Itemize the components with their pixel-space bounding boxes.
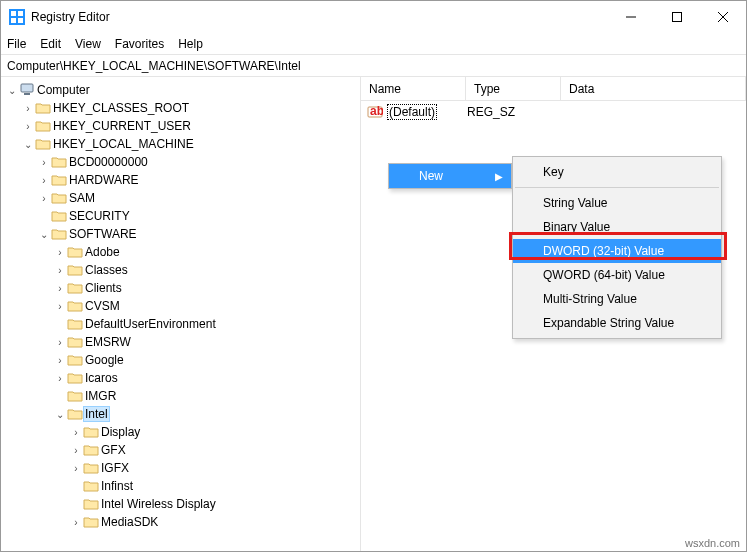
folder-icon xyxy=(67,353,83,367)
expand-icon[interactable]: ⌄ xyxy=(37,229,51,240)
maximize-button[interactable] xyxy=(654,1,700,33)
expand-icon[interactable]: › xyxy=(53,301,67,312)
tree-hklm[interactable]: ⌄ HKEY_LOCAL_MACHINE xyxy=(1,135,360,153)
value-name: (Default) xyxy=(387,104,437,120)
col-name[interactable]: Name xyxy=(361,77,466,100)
context-menu: New ▶ xyxy=(388,163,512,189)
expand-icon[interactable]: ⌄ xyxy=(21,139,35,150)
folder-icon xyxy=(51,173,67,187)
watermark: wsxdn.com xyxy=(685,537,740,549)
expand-icon[interactable]: › xyxy=(37,157,51,168)
folder-icon xyxy=(67,335,83,349)
computer-icon xyxy=(19,83,35,97)
menu-help[interactable]: Help xyxy=(178,37,203,51)
menu-edit[interactable]: Edit xyxy=(40,37,61,51)
col-type[interactable]: Type xyxy=(466,77,561,100)
tree-label: HKEY_CLASSES_ROOT xyxy=(51,101,191,115)
tree-adobe[interactable]: › Adobe xyxy=(1,243,360,261)
tree-security[interactable]: SECURITY xyxy=(1,207,360,225)
expand-icon[interactable]: ⌄ xyxy=(53,409,67,420)
tree-clients[interactable]: › Clients xyxy=(1,279,360,297)
tree-hkcr[interactable]: › HKEY_CLASSES_ROOT xyxy=(1,99,360,117)
folder-icon xyxy=(67,317,83,331)
menu-item-new[interactable]: New ▶ xyxy=(389,164,511,188)
menu-bar: File Edit View Favorites Help xyxy=(1,33,746,55)
svg-rect-9 xyxy=(21,84,33,92)
minimize-button[interactable] xyxy=(608,1,654,33)
expand-icon[interactable]: › xyxy=(37,175,51,186)
menu-item-dword[interactable]: DWORD (32-bit) Value xyxy=(513,239,721,263)
folder-icon xyxy=(35,137,51,151)
tree-label: HKEY_LOCAL_MACHINE xyxy=(51,137,196,151)
svg-rect-10 xyxy=(24,93,30,95)
svg-rect-2 xyxy=(18,11,23,16)
tree-infinst[interactable]: Infinst xyxy=(1,477,360,495)
tree-label: GFX xyxy=(99,443,128,457)
tree-iwd[interactable]: Intel Wireless Display xyxy=(1,495,360,513)
expand-icon[interactable]: › xyxy=(53,337,67,348)
tree-igfx[interactable]: › IGFX xyxy=(1,459,360,477)
menu-item-multistring[interactable]: Multi-String Value xyxy=(513,287,721,311)
expand-icon[interactable]: › xyxy=(53,265,67,276)
expand-icon[interactable]: › xyxy=(37,193,51,204)
tree-sam[interactable]: › SAM xyxy=(1,189,360,207)
tree-computer[interactable]: ⌄ Computer xyxy=(1,81,360,99)
tree-imgr[interactable]: IMGR xyxy=(1,387,360,405)
folder-icon xyxy=(67,263,83,277)
tree-label: Display xyxy=(99,425,142,439)
tree-label: Intel Wireless Display xyxy=(99,497,218,511)
folder-icon xyxy=(83,443,99,457)
expand-icon[interactable]: › xyxy=(53,283,67,294)
menu-favorites[interactable]: Favorites xyxy=(115,37,164,51)
expand-icon[interactable]: › xyxy=(53,355,67,366)
tree-label: Infinst xyxy=(99,479,135,493)
expand-icon[interactable]: › xyxy=(53,373,67,384)
tree-emsrw[interactable]: › EMSRW xyxy=(1,333,360,351)
tree-bcd[interactable]: › BCD00000000 xyxy=(1,153,360,171)
folder-icon xyxy=(67,299,83,313)
expand-icon[interactable]: › xyxy=(21,103,35,114)
expand-icon[interactable]: › xyxy=(69,445,83,456)
menu-item-binary[interactable]: Binary Value xyxy=(513,215,721,239)
expand-icon[interactable]: › xyxy=(21,121,35,132)
submenu-arrow-icon: ▶ xyxy=(495,171,503,182)
tree-classes[interactable]: › Classes xyxy=(1,261,360,279)
expand-icon[interactable]: › xyxy=(69,517,83,528)
menu-item-qword[interactable]: QWORD (64-bit) Value xyxy=(513,263,721,287)
app-icon xyxy=(9,9,25,25)
folder-icon xyxy=(83,461,99,475)
list-pane[interactable]: Name Type Data ab (Default) REG_SZ New ▶… xyxy=(361,77,746,551)
address-input[interactable] xyxy=(7,59,740,73)
expand-icon[interactable]: › xyxy=(53,247,67,258)
tree-google[interactable]: › Google xyxy=(1,351,360,369)
tree-icaros[interactable]: › Icaros xyxy=(1,369,360,387)
menu-item-string[interactable]: String Value xyxy=(513,191,721,215)
menu-file[interactable]: File xyxy=(7,37,26,51)
expand-icon[interactable]: › xyxy=(69,427,83,438)
tree-label: Adobe xyxy=(83,245,122,259)
menu-item-key[interactable]: Key xyxy=(513,160,721,184)
tree-label: Google xyxy=(83,353,126,367)
close-button[interactable] xyxy=(700,1,746,33)
menu-view[interactable]: View xyxy=(75,37,101,51)
col-data[interactable]: Data xyxy=(561,77,746,100)
folder-icon xyxy=(35,119,51,133)
svg-rect-4 xyxy=(18,18,23,23)
expand-icon[interactable]: ⌄ xyxy=(5,85,19,96)
expand-icon[interactable]: › xyxy=(69,463,83,474)
tree-label: BCD00000000 xyxy=(67,155,150,169)
tree-mediasdk[interactable]: › MediaSDK xyxy=(1,513,360,531)
tree-hardware[interactable]: › HARDWARE xyxy=(1,171,360,189)
tree-label: HARDWARE xyxy=(67,173,141,187)
tree-display[interactable]: › Display xyxy=(1,423,360,441)
tree-gfx[interactable]: › GFX xyxy=(1,441,360,459)
tree-pane[interactable]: ⌄ Computer › HKEY_CLASSES_ROOT › HKEY_CU… xyxy=(1,77,361,551)
list-row[interactable]: ab (Default) REG_SZ xyxy=(361,103,746,121)
tree-defaultuserenv[interactable]: DefaultUserEnvironment xyxy=(1,315,360,333)
menu-item-expandstring[interactable]: Expandable String Value xyxy=(513,311,721,335)
tree-hkcu[interactable]: › HKEY_CURRENT_USER xyxy=(1,117,360,135)
tree-cvsm[interactable]: › CVSM xyxy=(1,297,360,315)
tree-intel[interactable]: ⌄ Intel xyxy=(1,405,360,423)
folder-icon xyxy=(83,497,99,511)
tree-software[interactable]: ⌄ SOFTWARE xyxy=(1,225,360,243)
